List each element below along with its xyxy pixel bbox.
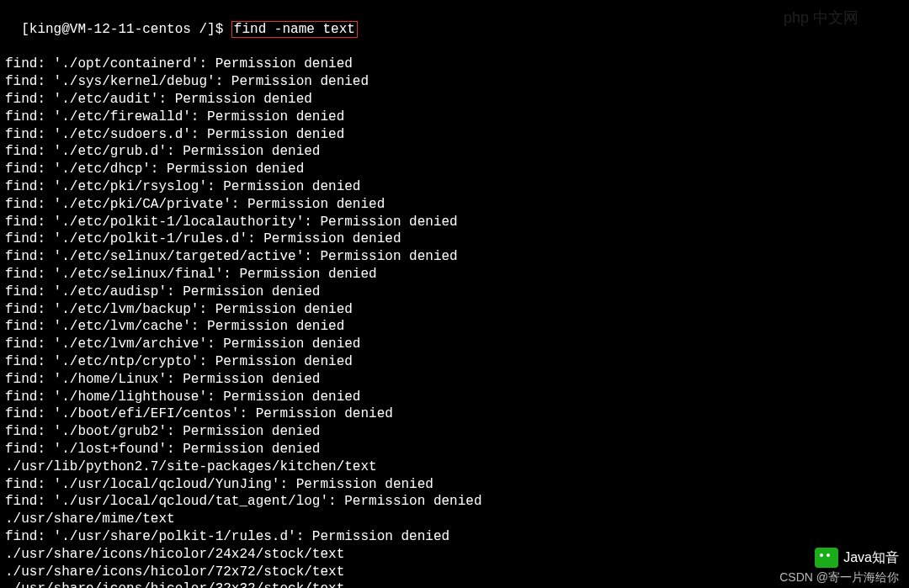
output-line: find: './usr/local/qcloud/YunJing': Perm… [5,476,904,494]
output-line: find: './usr/share/polkit-1/rules.d': Pe… [5,528,904,546]
output-line: ./usr/share/icons/hicolor/72x72/stock/te… [5,564,904,581]
output-line: find: './boot/efi/EFI/centos': Permissio… [5,405,904,423]
output-line: find: './etc/selinux/targeted/active': P… [5,248,904,266]
prompt-user-host: [king@VM-12-11-centos /]$ [21,22,231,37]
output-line: find: './etc/lvm/backup': Permission den… [5,301,904,319]
output-line: find: './home/lighthouse': Permission de… [5,389,904,406]
output-line: ./usr/share/icons/hicolor/24x24/stock/te… [5,546,904,564]
output-line: find: './etc/selinux/final': Permission … [5,266,904,283]
output-line: ./usr/lib/python2.7/site-packages/kitche… [5,458,904,476]
output-line: find: './lost+found': Permission denied [5,441,904,458]
output-line: find: './etc/audisp': Permission denied [5,283,904,301]
csdn-attribution: CSDN @寄一片海给你 [779,569,899,585]
output-line: find: './home/Linux': Permission denied [5,371,904,389]
output-line: find: './etc/audit': Permission denied [5,91,904,109]
output-line: find: './etc/firewalld': Permission deni… [5,109,904,126]
output-line: find: './etc/polkit-1/rules.d': Permissi… [5,230,904,248]
output-line: find: './etc/lvm/archive': Permission de… [5,336,904,353]
output-line: find: './etc/lvm/cache': Permission deni… [5,318,904,336]
wechat-icon [815,548,838,568]
output-line: find: './etc/pki/CA/private': Permission… [5,196,904,214]
terminal-output: [king@VM-12-11-centos /]$ find -name tex… [0,0,909,588]
output-line: find: './sys/kernel/debug': Permission d… [5,73,904,91]
shell-prompt: [king@VM-12-11-centos /]$ find -name tex… [21,21,358,38]
output-line: find: './boot/grub2': Permission denied [5,423,904,441]
output-line: find: './etc/pki/rsyslog': Permission de… [5,178,904,196]
output-line: find: './etc/polkit-1/localauthority': P… [5,214,904,231]
output-line: find: './usr/local/qcloud/tat_agent/log'… [5,493,904,511]
wechat-badge: Java知音 [815,548,899,568]
output-line: find: './etc/dhcp': Permission denied [5,161,904,178]
output-line: find: './etc/grub.d': Permission denied [5,143,904,161]
output-line: find: './etc/ntp/crypto': Permission den… [5,353,904,371]
wechat-label: Java知音 [843,549,899,567]
output-line: ./usr/share/mime/text [5,511,904,528]
php-watermark: php 中文网 [784,8,858,28]
output-line: ./usr/share/icons/hicolor/32x32/stock/te… [5,580,904,588]
shell-command[interactable]: find -name text [231,21,358,38]
output-line: find: './etc/sudoers.d': Permission deni… [5,126,904,144]
output-line: find: './opt/containerd': Permission den… [5,56,904,73]
output-lines-container: find: './opt/containerd': Permission den… [5,56,904,588]
